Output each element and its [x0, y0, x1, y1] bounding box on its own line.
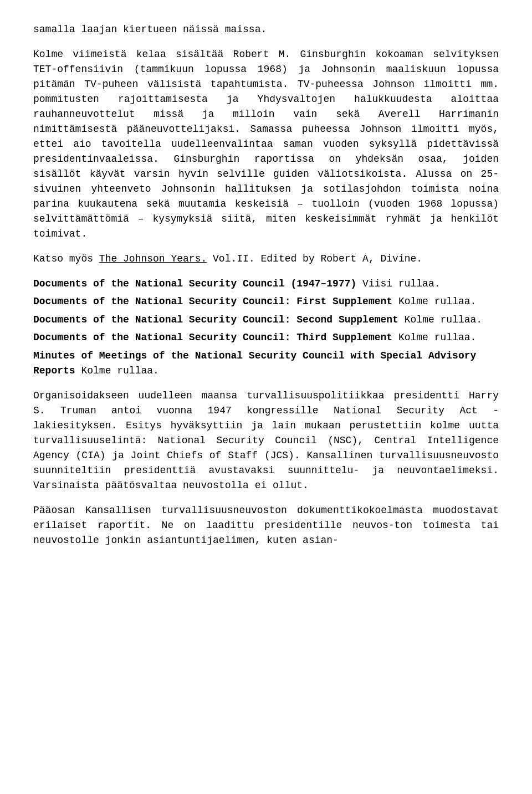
bold-entry-1: Documents of the National Security Counc… [33, 276, 499, 291]
bold-entry-2-bold: Documents of the National Security Counc… [33, 296, 392, 307]
main-content: samalla laajan kiertueen näissä maissa. … [33, 22, 499, 548]
katso-line: Katso myös The Johnson Years. Vol.II. Ed… [33, 252, 499, 267]
bold-entry-5: Minutes of Meetings of the National Secu… [33, 349, 499, 378]
katso-suffix: Vol.II. Edited by Robert A, Divine. [207, 253, 422, 264]
bold-entry-3: Documents of the National Security Counc… [33, 313, 499, 327]
paragraph-2: Kolme viimeistä kelaa sisältää Robert M.… [33, 47, 499, 242]
bold-entry-3-regular: Kolme rullaa. [398, 314, 482, 325]
bold-entry-1-bold: Documents of the National Security Counc… [33, 278, 356, 289]
bold-entry-3-bold: Documents of the National Security Counc… [33, 314, 398, 325]
paragraph-1: samalla laajan kiertueen näissä maissa. [33, 22, 499, 37]
bold-entry-1-regular: Viisi rullaa. [356, 278, 440, 289]
katso-link: The Johnson Years. [99, 253, 207, 264]
bold-entry-4-bold: Documents of the National Security Counc… [33, 332, 392, 343]
bold-entry-2: Documents of the National Security Counc… [33, 294, 499, 309]
bold-entry-4: Documents of the National Security Counc… [33, 330, 499, 345]
katso-prefix: Katso myös [33, 253, 99, 264]
bold-entry-5-regular: Kolme rullaa. [75, 365, 159, 376]
bold-entry-4-regular: Kolme rullaa. [392, 332, 476, 343]
paragraph-4: Pääosan Kansallisen turvallisuusneuvosto… [33, 503, 499, 548]
bold-entry-2-regular: Kolme rullaa. [392, 296, 476, 307]
paragraph-3: Organisoidakseen uudelleen maansa turval… [33, 388, 499, 493]
